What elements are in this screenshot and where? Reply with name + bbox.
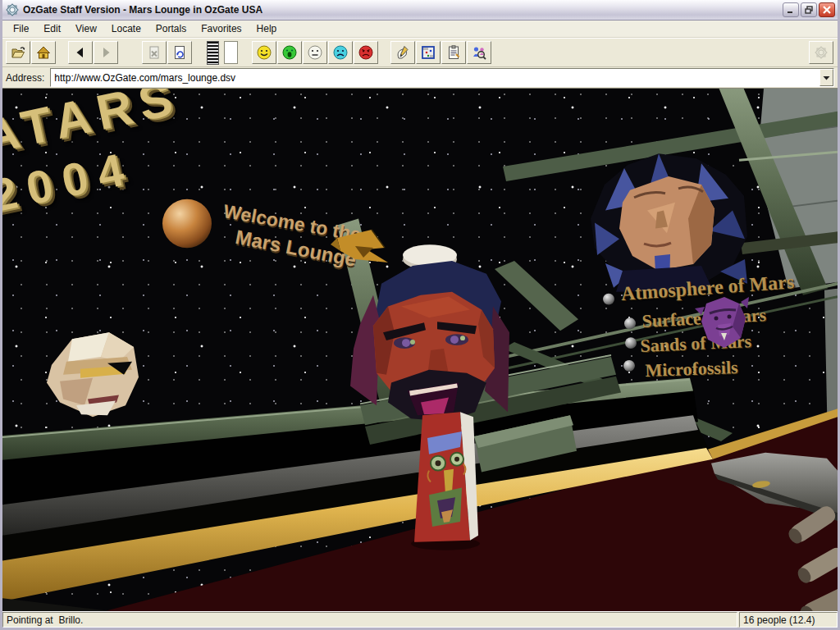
link-bullet	[603, 294, 614, 305]
chevron-down-icon	[823, 75, 830, 80]
mood-neutral-button[interactable]	[303, 41, 327, 64]
restore-icon	[804, 5, 814, 15]
ozgate-logo-icon	[6, 3, 19, 16]
window-title: OzGate Staff Version - Mars Lounge in Oz…	[23, 4, 781, 16]
gesture-icon	[395, 44, 411, 61]
menu-bar: File Edit View Locate Portals Favorites …	[2, 21, 838, 38]
menu-view[interactable]: View	[68, 21, 104, 36]
app-window: OzGate Staff Version - Mars Lounge in Oz…	[0, 0, 840, 630]
home-icon	[35, 44, 52, 61]
status-indicator-box	[224, 41, 238, 64]
mood-happy-button[interactable]	[252, 41, 276, 64]
avatar-top-right[interactable]	[591, 153, 747, 291]
avatar-purple-small[interactable]	[693, 294, 751, 355]
refresh-button[interactable]	[167, 41, 192, 64]
forward-button[interactable]	[94, 41, 118, 64]
menu-portals[interactable]: Portals	[148, 21, 194, 36]
audio-level-meter	[207, 41, 219, 65]
restore-button[interactable]	[801, 2, 817, 17]
notes-icon	[445, 44, 462, 61]
notes-button[interactable]	[441, 41, 466, 64]
menu-favorites[interactable]: Favorites	[194, 21, 249, 36]
close-icon	[822, 5, 832, 15]
people-count: 16 people (12.4)	[739, 612, 838, 628]
address-label: Address:	[6, 72, 44, 84]
open-world-button[interactable]	[6, 41, 30, 64]
toolbar	[2, 38, 838, 67]
link-microfossils[interactable]: Microfossils	[645, 357, 738, 381]
refresh-icon	[171, 44, 188, 61]
back-icon	[72, 44, 89, 61]
address-input[interactable]	[51, 69, 819, 86]
menu-help[interactable]: Help	[249, 21, 285, 36]
menu-edit[interactable]: Edit	[36, 21, 68, 36]
mood-sad-button[interactable]	[328, 41, 353, 64]
mood-excited-icon	[281, 44, 298, 61]
close-button[interactable]	[819, 2, 835, 17]
menu-file[interactable]: File	[6, 21, 36, 36]
home-button[interactable]	[31, 41, 56, 64]
title-bar[interactable]: OzGate Staff Version - Mars Lounge in Oz…	[2, 0, 838, 21]
mood-angry-button[interactable]	[354, 41, 378, 64]
minimize-icon	[786, 5, 796, 15]
find-avatar-icon	[471, 44, 487, 61]
find-avatar-button[interactable]	[467, 41, 491, 64]
mars-planet	[162, 199, 212, 248]
ozgate-logo-icon	[813, 44, 829, 61]
address-bar: Address:	[2, 67, 838, 89]
forward-icon	[98, 44, 114, 61]
stop-button[interactable]	[142, 41, 167, 64]
mood-happy-icon	[256, 44, 272, 61]
gold-bird-object[interactable]	[331, 226, 398, 277]
link-bullet	[623, 360, 635, 372]
status-bar: Pointing at Brillo. 16 people (12.4)	[2, 611, 838, 628]
logo-throbber-button[interactable]	[809, 41, 833, 64]
minimize-button[interactable]	[783, 2, 799, 17]
address-combo	[50, 68, 834, 87]
back-button[interactable]	[68, 41, 93, 64]
open-world-icon	[10, 44, 26, 61]
status-message: Pointing at Brillo.	[2, 612, 737, 628]
address-dropdown-button[interactable]	[819, 69, 833, 86]
world-map-button[interactable]	[416, 41, 441, 64]
stop-icon	[146, 44, 162, 61]
mood-excited-button[interactable]	[277, 41, 302, 64]
menu-locate[interactable]: Locate	[104, 21, 148, 36]
mood-angry-icon	[358, 44, 374, 61]
mood-neutral-icon	[307, 44, 323, 61]
link-bullet	[625, 337, 637, 349]
world-map-icon	[420, 44, 436, 61]
avatar-left[interactable]	[47, 332, 139, 417]
link-bullet	[624, 317, 636, 329]
gesture-button[interactable]	[390, 41, 415, 64]
world-viewport[interactable]: ATARS 2004 Welcome to the Mars Lounge At…	[2, 89, 838, 611]
mood-sad-icon	[332, 44, 349, 61]
